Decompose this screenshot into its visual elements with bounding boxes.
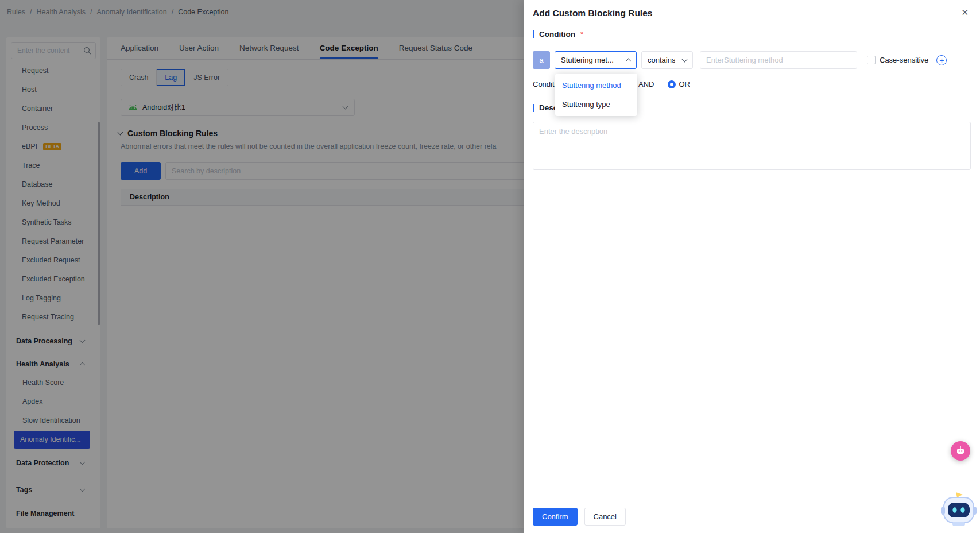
assistant-pink-icon[interactable] bbox=[951, 441, 970, 461]
label-accent-bar bbox=[533, 30, 534, 38]
condition-value-input[interactable] bbox=[700, 51, 857, 69]
dropdown-option-stuttering-type[interactable]: Stuttering type bbox=[555, 95, 637, 114]
confirm-button[interactable]: Confirm bbox=[533, 508, 578, 526]
drawer-add-custom-blocking-rules: Add Custom Blocking Rules ✕ Condition * … bbox=[524, 0, 980, 533]
assistant-robot-mascot[interactable] bbox=[940, 492, 978, 530]
or-radio[interactable] bbox=[668, 80, 676, 88]
field-select-value: Stuttering met... bbox=[561, 56, 614, 64]
robot-icon bbox=[940, 492, 978, 527]
field-select[interactable]: Stuttering met... bbox=[555, 51, 637, 69]
operator-select-value: contains bbox=[648, 56, 675, 64]
field-dropdown-menu: Stuttering method Stuttering type bbox=[555, 74, 637, 116]
case-sensitive-label: Case-sensitive bbox=[880, 56, 928, 64]
mini-robot-icon bbox=[955, 446, 966, 456]
condition-label: Condition * bbox=[533, 30, 583, 38]
description-textarea[interactable] bbox=[533, 122, 971, 170]
chevron-down-icon bbox=[682, 56, 688, 62]
chevron-up-icon bbox=[626, 59, 632, 64]
and-label: AND bbox=[638, 80, 654, 88]
or-label: OR bbox=[679, 80, 690, 88]
condition-chip: a bbox=[533, 51, 550, 69]
dropdown-option-stuttering-method[interactable]: Stuttering method bbox=[555, 76, 637, 95]
required-marker: * bbox=[580, 30, 583, 38]
operator-select[interactable]: contains bbox=[641, 51, 693, 69]
case-sensitive-checkbox[interactable] bbox=[867, 56, 876, 64]
add-condition-icon[interactable]: + bbox=[936, 55, 947, 65]
label-accent-bar bbox=[533, 104, 534, 112]
drawer-footer: Confirm Cancel bbox=[533, 508, 626, 526]
condition-label-text: Condition bbox=[539, 30, 575, 38]
drawer-title: Add Custom Blocking Rules bbox=[533, 8, 652, 18]
close-icon[interactable]: ✕ bbox=[961, 7, 969, 18]
condition-row: a Stuttering met... contains Case-sensit… bbox=[533, 51, 947, 69]
cancel-button[interactable]: Cancel bbox=[584, 508, 626, 526]
